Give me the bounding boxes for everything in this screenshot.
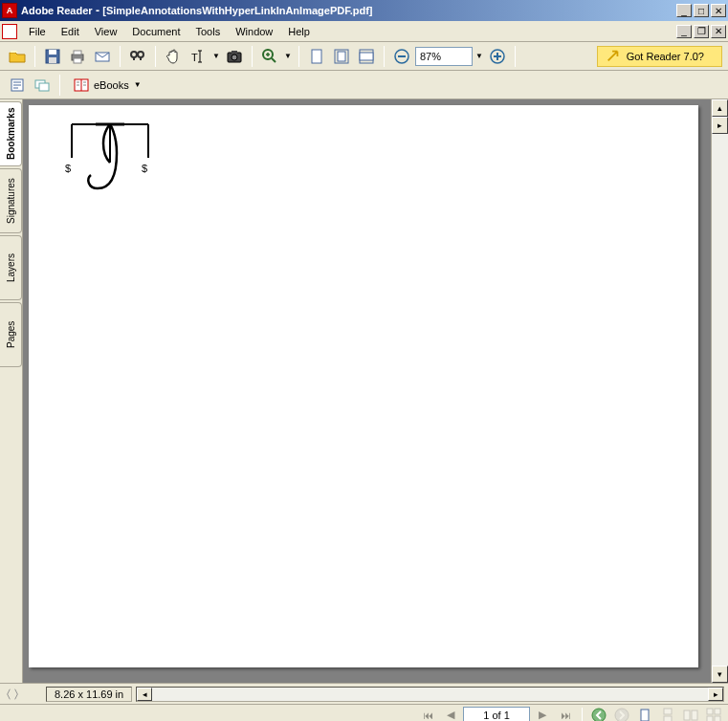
page-input[interactable]: [463, 707, 530, 722]
ebooks-label: eBooks: [94, 79, 129, 91]
svg-rect-34: [707, 709, 713, 714]
back-button[interactable]: [588, 707, 609, 722]
svg-text:T: T: [191, 52, 198, 63]
svg-text:$: $: [142, 163, 147, 174]
fit-page-button[interactable]: [330, 45, 353, 68]
svg-point-7: [131, 52, 137, 57]
document-area[interactable]: $ $: [23, 99, 711, 683]
scales-image: $ $: [57, 120, 163, 206]
fit-width-button[interactable]: [355, 45, 378, 68]
scroll-right-arrow[interactable]: ▸: [712, 117, 728, 134]
svg-point-11: [232, 55, 237, 60]
minimize-button[interactable]: _: [676, 4, 692, 17]
open-button[interactable]: [6, 45, 29, 68]
menubar: File Edit View Document Tools Window Hel…: [0, 21, 728, 42]
titlebar: A Adobe Reader - [SimpleAnnotationsWithH…: [0, 0, 728, 21]
ebooks-dropdown[interactable]: ▼: [133, 76, 143, 94]
ebooks-button[interactable]: eBooks ▼: [66, 74, 149, 97]
select-dropdown[interactable]: ▼: [211, 48, 221, 65]
snapshot-button[interactable]: [223, 45, 246, 68]
menu-help[interactable]: Help: [280, 24, 318, 39]
print-button[interactable]: [66, 45, 89, 68]
side-tabs: Bookmarks Signatures Layers Pages: [0, 99, 23, 683]
last-page-button[interactable]: ⏭: [555, 707, 576, 722]
next-page-button[interactable]: ▶: [532, 707, 553, 722]
menu-window[interactable]: Window: [228, 24, 280, 39]
promo-banner[interactable]: Got Reader 7.0?: [597, 46, 722, 67]
ebooks-icon: [73, 76, 90, 94]
scroll-track[interactable]: [712, 134, 728, 666]
continuous-button[interactable]: [657, 707, 678, 722]
search-button[interactable]: [126, 45, 149, 68]
svg-rect-33: [692, 710, 697, 720]
status-bar: 8.26 x 11.69 in ◂ ▸: [0, 683, 728, 704]
navigation-bar: ⏮ ◀ ▶ ⏭: [0, 704, 728, 721]
review-button[interactable]: [6, 74, 29, 97]
mdi-restore-button[interactable]: ❐: [694, 25, 709, 38]
horizontal-scrollbar[interactable]: ◂ ▸: [136, 687, 724, 702]
scroll-down-button[interactable]: ▾: [712, 666, 728, 683]
svg-rect-31: [664, 716, 672, 722]
arrow-icon: [606, 49, 621, 64]
zoom-level-dropdown[interactable]: ▼: [474, 48, 484, 65]
continuous-facing-button[interactable]: [703, 707, 724, 722]
resize-handle-icon[interactable]: [4, 686, 21, 703]
main-toolbar: T ▼ ▼ ▼ Got Reader 7.0?: [0, 42, 728, 71]
prev-page-button[interactable]: ◀: [440, 707, 461, 722]
tab-bookmarks[interactable]: Bookmarks: [0, 101, 22, 166]
window-title: Adobe Reader - [SimpleAnnotationsWithHyp…: [21, 4, 676, 17]
select-text-button[interactable]: T: [187, 45, 210, 68]
secondary-toolbar: eBooks ▼: [0, 71, 728, 99]
menu-view[interactable]: View: [87, 24, 125, 39]
svg-rect-18: [360, 53, 373, 60]
collab-button[interactable]: [31, 74, 54, 97]
svg-point-28: [615, 709, 629, 722]
svg-rect-30: [664, 709, 672, 714]
page-size-display: 8.26 x 11.69 in: [46, 687, 132, 702]
svg-rect-4: [74, 51, 81, 55]
svg-rect-36: [707, 716, 713, 722]
mdi-minimize-button[interactable]: _: [676, 25, 692, 38]
tab-layers[interactable]: Layers: [0, 235, 22, 300]
svg-rect-32: [684, 710, 690, 720]
maximize-button[interactable]: □: [694, 4, 709, 17]
facing-button[interactable]: [680, 707, 701, 722]
svg-rect-23: [39, 83, 49, 91]
svg-point-27: [592, 709, 606, 722]
pdf-page: $ $: [29, 105, 698, 667]
svg-rect-37: [715, 716, 720, 722]
menu-document[interactable]: Document: [124, 24, 188, 39]
zoom-dropdown[interactable]: ▼: [283, 48, 293, 65]
hand-tool-button[interactable]: [162, 45, 185, 68]
email-button[interactable]: [91, 45, 114, 68]
svg-rect-35: [715, 709, 720, 714]
document-icon: [2, 24, 17, 39]
tab-pages[interactable]: Pages: [0, 302, 22, 367]
hscroll-left[interactable]: ◂: [137, 688, 152, 701]
first-page-button[interactable]: ⏮: [417, 707, 438, 722]
svg-text:$: $: [65, 163, 71, 174]
svg-rect-2: [49, 57, 56, 63]
svg-rect-12: [232, 51, 237, 54]
menu-tools[interactable]: Tools: [188, 24, 229, 39]
scroll-up-button[interactable]: ▴: [712, 99, 728, 117]
zoom-input[interactable]: [415, 47, 473, 66]
zoom-in-button[interactable]: [258, 45, 281, 68]
close-button[interactable]: ✕: [711, 4, 726, 17]
tab-signatures[interactable]: Signatures: [0, 168, 22, 233]
menu-edit[interactable]: Edit: [54, 24, 87, 39]
forward-button[interactable]: [611, 707, 632, 722]
zoom-out-button[interactable]: [390, 45, 413, 68]
hscroll-right[interactable]: ▸: [708, 688, 723, 701]
menu-file[interactable]: File: [21, 24, 54, 39]
app-icon: A: [2, 3, 17, 18]
mdi-close-button[interactable]: ✕: [711, 25, 726, 38]
actual-size-button[interactable]: [305, 45, 328, 68]
zoom-plus-button[interactable]: [486, 45, 509, 68]
svg-rect-16: [338, 52, 345, 61]
svg-point-8: [138, 52, 143, 57]
single-page-button[interactable]: [634, 707, 655, 722]
save-button[interactable]: [41, 45, 64, 68]
vertical-scrollbar[interactable]: ▴ ▸ ▾: [711, 99, 728, 683]
svg-rect-1: [49, 50, 56, 55]
